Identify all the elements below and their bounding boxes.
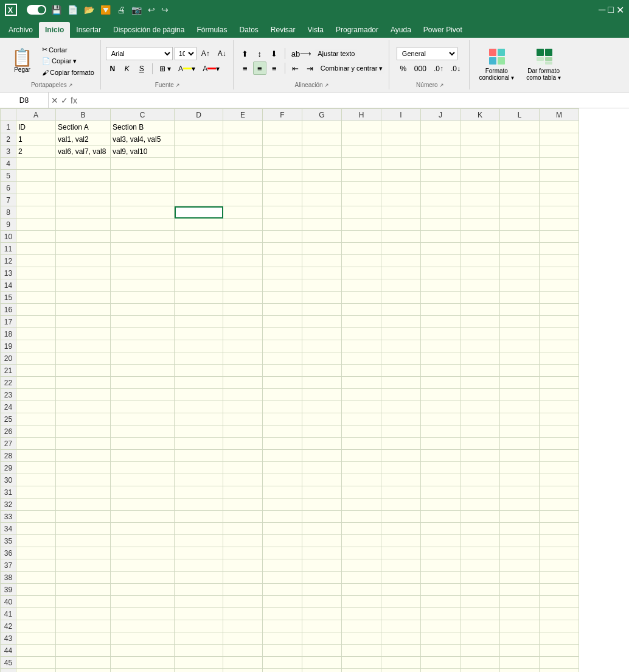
cell-L33[interactable]	[500, 511, 540, 523]
cell-I18[interactable]	[381, 328, 421, 340]
cell-K46[interactable]	[460, 669, 500, 673]
col-header-d[interactable]: D	[175, 109, 223, 121]
cell-G36[interactable]	[302, 547, 342, 559]
cell-M2[interactable]	[540, 133, 579, 145]
tab-revisar[interactable]: Revisar	[265, 22, 302, 38]
cell-J3[interactable]	[421, 145, 460, 158]
cell-M3[interactable]	[540, 145, 579, 158]
cell-I27[interactable]	[381, 438, 421, 450]
cell-C13[interactable]	[111, 267, 175, 279]
cell-K6[interactable]	[460, 182, 500, 194]
filter-icon[interactable]: 🔽	[100, 5, 111, 15]
cell-E19[interactable]	[223, 340, 263, 352]
cell-E40[interactable]	[223, 596, 263, 608]
cell-L8[interactable]	[500, 206, 540, 219]
cell-F30[interactable]	[263, 474, 302, 486]
cell-J42[interactable]	[421, 620, 460, 632]
cell-K20[interactable]	[460, 352, 500, 365]
cell-F9[interactable]	[263, 219, 302, 231]
col-header-e[interactable]: E	[223, 109, 263, 121]
conditional-format-btn[interactable]: Formatocondicional ▾	[474, 44, 518, 84]
cell-C38[interactable]	[111, 572, 175, 584]
row-header-14[interactable]: 14	[1, 279, 16, 292]
col-header-c[interactable]: C	[111, 109, 175, 121]
insert-function-btn[interactable]: fx	[71, 96, 77, 105]
cell-I23[interactable]	[381, 389, 421, 401]
row-header-32[interactable]: 32	[1, 499, 16, 511]
cell-I44[interactable]	[381, 645, 421, 657]
cell-K12[interactable]	[460, 255, 500, 267]
row-header-21[interactable]: 21	[1, 365, 16, 377]
cell-A40[interactable]	[16, 596, 56, 608]
cell-B20[interactable]	[56, 352, 111, 365]
row-header-41[interactable]: 41	[1, 608, 16, 620]
cell-F10[interactable]	[263, 231, 302, 243]
cell-D33[interactable]	[175, 511, 223, 523]
cell-H42[interactable]	[342, 620, 381, 632]
cell-I45[interactable]	[381, 657, 421, 669]
cell-D11[interactable]	[175, 243, 223, 255]
cell-F16[interactable]	[263, 304, 302, 316]
cell-G40[interactable]	[302, 596, 342, 608]
cell-I46[interactable]	[381, 669, 421, 673]
row-header-39[interactable]: 39	[1, 584, 16, 596]
cell-H16[interactable]	[342, 304, 381, 316]
cell-D16[interactable]	[175, 304, 223, 316]
cell-K40[interactable]	[460, 596, 500, 608]
cell-reference-input[interactable]	[0, 93, 49, 108]
cell-G31[interactable]	[302, 486, 342, 499]
cell-A32[interactable]	[16, 499, 56, 511]
cell-F15[interactable]	[263, 292, 302, 304]
cell-M41[interactable]	[540, 608, 579, 620]
cell-G13[interactable]	[302, 267, 342, 279]
cell-A41[interactable]	[16, 608, 56, 620]
cell-I41[interactable]	[381, 608, 421, 620]
cell-B12[interactable]	[56, 255, 111, 267]
cell-D7[interactable]	[175, 194, 223, 206]
cell-H18[interactable]	[342, 328, 381, 340]
cell-E26[interactable]	[223, 425, 263, 438]
cell-B28[interactable]	[56, 450, 111, 462]
cell-E29[interactable]	[223, 462, 263, 474]
cell-G19[interactable]	[302, 340, 342, 352]
cell-L41[interactable]	[500, 608, 540, 620]
cell-G16[interactable]	[302, 304, 342, 316]
row-header-35[interactable]: 35	[1, 535, 16, 547]
cell-B39[interactable]	[56, 584, 111, 596]
cell-A42[interactable]	[16, 620, 56, 632]
cell-J31[interactable]	[421, 486, 460, 499]
cell-C15[interactable]	[111, 292, 175, 304]
tab-vista[interactable]: Vista	[302, 22, 330, 38]
cell-A2[interactable]: 1	[16, 133, 56, 145]
cell-L18[interactable]	[500, 328, 540, 340]
cell-I17[interactable]	[381, 316, 421, 328]
cell-A8[interactable]	[16, 206, 56, 219]
cell-H44[interactable]	[342, 645, 381, 657]
cell-E4[interactable]	[223, 158, 263, 170]
cell-G9[interactable]	[302, 219, 342, 231]
cell-L28[interactable]	[500, 450, 540, 462]
cell-L26[interactable]	[500, 425, 540, 438]
cell-I38[interactable]	[381, 572, 421, 584]
cell-A17[interactable]	[16, 316, 56, 328]
cell-L23[interactable]	[500, 389, 540, 401]
cell-M21[interactable]	[540, 365, 579, 377]
cell-M8[interactable]	[540, 206, 579, 219]
cell-J11[interactable]	[421, 243, 460, 255]
cell-M7[interactable]	[540, 194, 579, 206]
cell-K33[interactable]	[460, 511, 500, 523]
cell-G45[interactable]	[302, 657, 342, 669]
cell-B2[interactable]: val1, val2	[56, 133, 111, 145]
cell-G1[interactable]	[302, 121, 342, 133]
minimize-btn[interactable]: ─	[599, 4, 605, 16]
text-orient-btn[interactable]: ab⟶	[289, 47, 314, 60]
cell-M30[interactable]	[540, 474, 579, 486]
cell-L20[interactable]	[500, 352, 540, 365]
cell-C37[interactable]	[111, 559, 175, 572]
cell-I5[interactable]	[381, 170, 421, 182]
cell-M28[interactable]	[540, 450, 579, 462]
cell-H30[interactable]	[342, 474, 381, 486]
cell-D32[interactable]	[175, 499, 223, 511]
cell-M19[interactable]	[540, 340, 579, 352]
row-header-7[interactable]: 7	[1, 194, 16, 206]
